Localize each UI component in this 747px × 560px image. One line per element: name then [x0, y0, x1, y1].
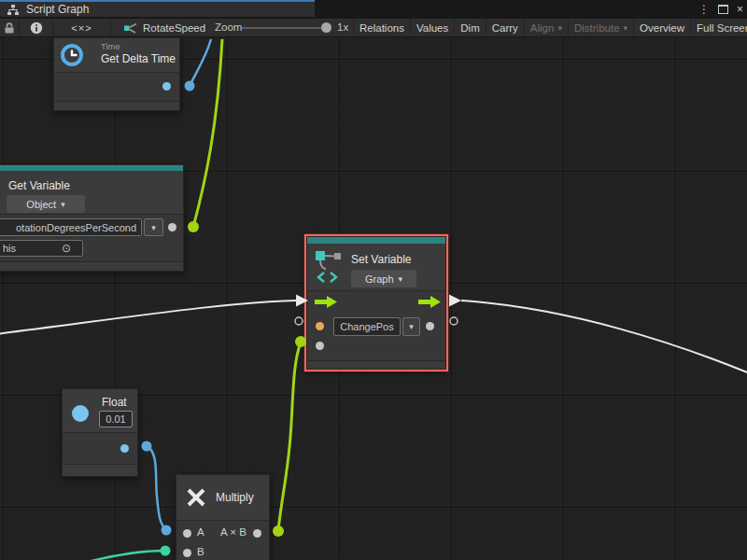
node-title: Get Delta Time — [101, 52, 176, 65]
toolbar-buttons: Relations Values Dim Carry Align▾ Distri… — [353, 19, 747, 36]
code-icon: <×> — [71, 22, 92, 34]
menu-icon[interactable]: ⋮ — [698, 0, 710, 19]
node-title: Get Variable — [8, 179, 70, 192]
tab-bar: Script Graph ⋮ × — [0, 0, 747, 19]
breadcrumb[interactable]: RotateSpeed — [124, 19, 205, 36]
toolbar-button-full-screen[interactable]: Full Screen — [690, 19, 747, 36]
node-title: Float — [102, 396, 127, 409]
toolbar-button-align[interactable]: Align▾ — [524, 19, 568, 36]
port-label-b: B — [197, 546, 204, 557]
variable-name-dropdown-button[interactable]: ▾ — [402, 317, 420, 336]
node-title: Set Variable — [351, 253, 411, 266]
chevron-down-icon: ▾ — [624, 23, 628, 33]
toolbar-button-distribute[interactable]: Distribute▾ — [568, 19, 633, 36]
variable-scope-dropdown[interactable]: Object ▾ — [7, 195, 85, 213]
node-accent-bar — [307, 237, 445, 244]
chevron-down-icon: ▾ — [151, 223, 156, 232]
node-get-delta-time[interactable]: Time Get Delta Time — [53, 37, 180, 111]
info-button[interactable] — [20, 19, 53, 36]
port-output-float[interactable] — [120, 444, 129, 453]
variable-name-field[interactable]: ChangePos — [333, 317, 401, 336]
toolbar-button-carry[interactable]: Carry — [486, 19, 524, 36]
graph-icon — [7, 4, 20, 16]
clock-icon — [59, 42, 85, 68]
target-object-field[interactable]: his ⊙ — [0, 240, 83, 257]
variable-name-field[interactable]: otationDegreesPerSecond — [0, 218, 142, 236]
node-set-variable[interactable]: Set Variable Graph ▾ ChangePos ▾ — [306, 236, 446, 370]
zoom-slider-handle[interactable] — [321, 22, 331, 33]
node-footer — [54, 102, 179, 110]
object-picker-icon[interactable]: ⊙ — [62, 242, 71, 255]
port-input-a[interactable] — [183, 529, 191, 538]
node-category: Time — [101, 41, 120, 51]
chevron-down-icon: ▾ — [61, 200, 65, 209]
node-footer — [307, 361, 445, 369]
port-label-a: A — [197, 526, 204, 538]
window-controls: ⋮ × — [698, 0, 743, 19]
tab-script-graph[interactable]: Script Graph — [0, 0, 315, 17]
info-icon — [30, 21, 43, 35]
maximize-icon[interactable] — [718, 5, 728, 14]
multiply-icon — [185, 486, 207, 509]
toolbar-button-relations[interactable]: Relations — [353, 19, 410, 36]
node-multiply[interactable]: Multiply A A × B B — [176, 474, 270, 560]
float-value-input[interactable]: 0.01 — [99, 411, 133, 427]
toolbar: <×> RotateSpeed Zoom 1x Relations Values… — [0, 19, 747, 37]
zoom-slider[interactable] — [242, 27, 328, 29]
node-footer — [0, 262, 183, 271]
chevron-down-icon: ▾ — [557, 23, 562, 33]
zoom-value: 1x — [337, 21, 348, 33]
node-footer — [63, 465, 137, 476]
zoom-label: Zoom — [215, 21, 242, 33]
port-input-fallback[interactable] — [316, 342, 324, 350]
variable-scope-dropdown[interactable]: Graph ▾ — [351, 270, 416, 287]
node-title: Multiply — [216, 491, 254, 504]
chevron-down-icon: ▾ — [399, 274, 403, 284]
code-preview-button[interactable]: <×> — [53, 19, 111, 36]
port-output-float[interactable] — [162, 82, 171, 91]
port-input-b[interactable] — [183, 549, 191, 557]
unity-visual-scripting-window: Script Graph ⋮ × <×> — [0, 0, 747, 560]
graph-node-icon — [124, 21, 137, 35]
variable-name-dropdown-button[interactable]: ▾ — [144, 218, 163, 236]
close-icon[interactable]: × — [737, 0, 743, 19]
port-output-value[interactable] — [426, 322, 434, 330]
node-float[interactable]: Float 0.01 — [62, 388, 138, 477]
lock-icon — [4, 21, 15, 35]
node-get-variable[interactable]: Get Variable Object ▾ otationDegreesPerS… — [0, 164, 184, 272]
chevron-down-icon: ▾ — [409, 322, 414, 331]
variable-icon — [315, 249, 343, 285]
toolbar-button-dim[interactable]: Dim — [454, 19, 485, 36]
breadcrumb-graph-name: RotateSpeed — [143, 22, 205, 34]
flow-output-port[interactable] — [418, 296, 441, 308]
port-label-result: A × B — [220, 526, 247, 538]
toolbar-button-values[interactable]: Values — [410, 19, 454, 36]
port-output-result[interactable] — [253, 529, 261, 538]
float-icon — [72, 405, 89, 422]
port-input-value[interactable] — [316, 322, 324, 330]
flow-input-port[interactable] — [315, 296, 337, 308]
tab-title: Script Graph — [26, 3, 89, 16]
toolbar-button-overview[interactable]: Overview — [633, 19, 690, 36]
port-output-variable-value[interactable] — [168, 223, 176, 231]
lock-button[interactable] — [0, 19, 20, 36]
